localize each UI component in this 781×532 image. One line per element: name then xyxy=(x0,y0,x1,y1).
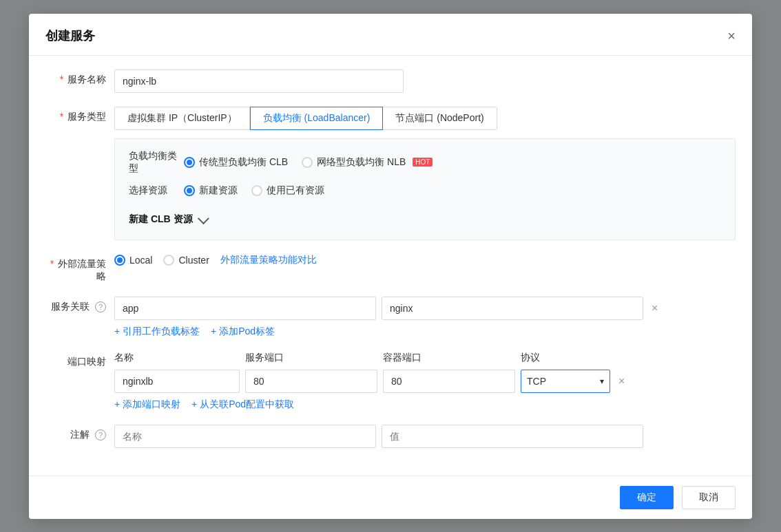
service-type-tabs: 虚拟集群 IP（ClusterIP） 负载均衡 (LoadBalancer) 节… xyxy=(114,107,736,130)
add-workload-label-link[interactable]: + 引用工作负载标签 xyxy=(114,326,200,338)
port-col-proto: 协议 xyxy=(521,352,617,364)
ext-policy-label: * 外部流量策略 xyxy=(45,254,114,283)
service-type-content: 虚拟集群 IP（ClusterIP） 负载均衡 (LoadBalancer) 节… xyxy=(114,107,736,240)
port-col-service: 服务端口 xyxy=(245,352,383,364)
service-name-label: * 服务名称 xyxy=(45,70,114,86)
protocol-select[interactable]: TCP ▾ xyxy=(521,370,610,393)
get-from-pod-link[interactable]: + 从关联Pod配置中获取 xyxy=(191,398,294,411)
service-assoc-content: × + 引用工作负载标签 + 添加Pod标签 xyxy=(114,297,736,338)
lb-resource-existing[interactable]: 使用已有资源 xyxy=(251,184,324,197)
port-mapping-content: 名称 服务端口 容器端口 协议 TCP ▾ × xyxy=(114,352,736,411)
service-name-row: * 服务名称 xyxy=(45,70,736,93)
port-row-0: TCP ▾ × xyxy=(114,370,736,393)
protocol-value: TCP xyxy=(527,376,546,387)
ext-policy-local[interactable]: Local xyxy=(114,255,152,266)
annotation-label: 注解 ? xyxy=(45,425,114,441)
service-assoc-help-icon[interactable]: ? xyxy=(95,301,106,312)
lb-type-clb[interactable]: 传统型负载均衡 CLB xyxy=(184,156,288,169)
required-star2: * xyxy=(60,111,63,122)
service-name-content xyxy=(114,70,736,93)
annotation-row: 注解 ? xyxy=(45,425,736,448)
port-service-input[interactable] xyxy=(245,370,377,393)
lb-resource-radio-group: 新建资源 使用已有资源 xyxy=(184,184,324,197)
add-links-row: + 引用工作负载标签 + 添加Pod标签 xyxy=(114,326,736,338)
ext-policy-cluster[interactable]: Cluster xyxy=(163,255,209,266)
chevron-down-icon xyxy=(197,213,209,224)
confirm-button[interactable]: 确定 xyxy=(620,486,674,509)
port-column-headers: 名称 服务端口 容器端口 协议 xyxy=(114,352,736,364)
lb-resource-new[interactable]: 新建资源 xyxy=(184,184,238,197)
modal-overlay: 创建服务 × * 服务名称 * 服务类型 xyxy=(0,0,781,532)
radio-new-circle xyxy=(184,185,195,196)
annotation-value-input[interactable] xyxy=(382,425,643,448)
service-assoc-row: 服务关联 ? × + 引用工作负载标签 + 添加Pod标签 xyxy=(45,297,736,338)
annotation-help-icon[interactable]: ? xyxy=(95,429,106,440)
tab-nodeport[interactable]: 节点端口 (NodePort) xyxy=(383,107,497,130)
add-pod-label-link[interactable]: + 添加Pod标签 xyxy=(211,326,275,338)
port-container-input[interactable] xyxy=(383,370,515,393)
service-name-input[interactable] xyxy=(114,70,404,93)
lb-type-label: 负载均衡类型 xyxy=(129,150,184,175)
tab-loadbalancer[interactable]: 负载均衡 (LoadBalancer) xyxy=(250,107,384,130)
lb-resource-row: 选择资源 新建资源 使用已有资源 xyxy=(129,184,721,197)
service-assoc-inputs: × xyxy=(114,297,736,320)
ext-policy-options: Local Cluster 外部流量策略功能对比 xyxy=(114,254,736,266)
port-name-input[interactable] xyxy=(114,370,240,393)
radio-clb-circle xyxy=(184,157,195,168)
lb-options-panel: 负载均衡类型 传统型负载均衡 CLB 网络型负载均衡 NLB HOT xyxy=(114,138,736,240)
remove-assoc-button[interactable]: × xyxy=(649,299,660,317)
modal-body: * 服务名称 * 服务类型 虚拟集群 IP（ClusterIP） 负载均衡 (L… xyxy=(29,56,752,476)
port-mapping-label: 端口映射 xyxy=(45,352,114,368)
modal-title: 创建服务 xyxy=(45,28,95,44)
lb-type-radio-group: 传统型负载均衡 CLB 网络型负载均衡 NLB HOT xyxy=(184,156,433,169)
radio-cluster-circle xyxy=(163,255,174,266)
port-col-name: 名称 xyxy=(114,352,245,364)
modal-footer: 确定 取消 xyxy=(29,476,752,519)
cancel-button[interactable]: 取消 xyxy=(682,486,736,509)
modal-header: 创建服务 × xyxy=(29,14,752,56)
lb-type-row: 负载均衡类型 传统型负载均衡 CLB 网络型负载均衡 NLB HOT xyxy=(129,150,721,175)
ext-policy-row: * 外部流量策略 Local Cluster 外部流量策略功能对比 xyxy=(45,254,736,283)
annotation-content xyxy=(114,425,736,448)
ext-policy-compare-link[interactable]: 外部流量策略功能对比 xyxy=(220,254,317,266)
hot-badge: HOT xyxy=(413,158,433,167)
select-arrow-icon: ▾ xyxy=(600,376,604,386)
add-port-mapping-link[interactable]: + 添加端口映射 xyxy=(114,398,180,411)
required-star3: * xyxy=(50,258,54,269)
required-star: * xyxy=(60,74,63,85)
radio-local-circle xyxy=(114,255,125,266)
assoc-value-input[interactable] xyxy=(382,297,643,320)
radio-existing-circle xyxy=(251,185,262,196)
port-add-links: + 添加端口映射 + 从关联Pod配置中获取 xyxy=(114,398,736,411)
ext-policy-content: Local Cluster 外部流量策略功能对比 xyxy=(114,254,736,266)
tab-clusterip[interactable]: 虚拟集群 IP（ClusterIP） xyxy=(114,107,250,130)
service-assoc-label: 服务关联 ? xyxy=(45,297,114,313)
create-service-modal: 创建服务 × * 服务名称 * 服务类型 xyxy=(29,14,752,519)
remove-port-button[interactable]: × xyxy=(616,372,627,390)
port-col-container: 容器端口 xyxy=(383,352,521,364)
service-type-label: * 服务类型 xyxy=(45,107,114,123)
lb-type-nlb[interactable]: 网络型负载均衡 NLB HOT xyxy=(302,156,433,169)
lb-resource-label: 选择资源 xyxy=(129,184,184,197)
close-button[interactable]: × xyxy=(727,29,736,43)
annotation-inputs xyxy=(114,425,736,448)
service-type-row: * 服务类型 虚拟集群 IP（ClusterIP） 负载均衡 (LoadBala… xyxy=(45,107,736,240)
new-clb-header[interactable]: 新建 CLB 资源 xyxy=(129,206,721,228)
assoc-key-input[interactable] xyxy=(114,297,376,320)
annotation-key-input[interactable] xyxy=(114,425,376,448)
radio-nlb-circle xyxy=(302,157,313,168)
port-mapping-row: 端口映射 名称 服务端口 容器端口 协议 T xyxy=(45,352,736,411)
